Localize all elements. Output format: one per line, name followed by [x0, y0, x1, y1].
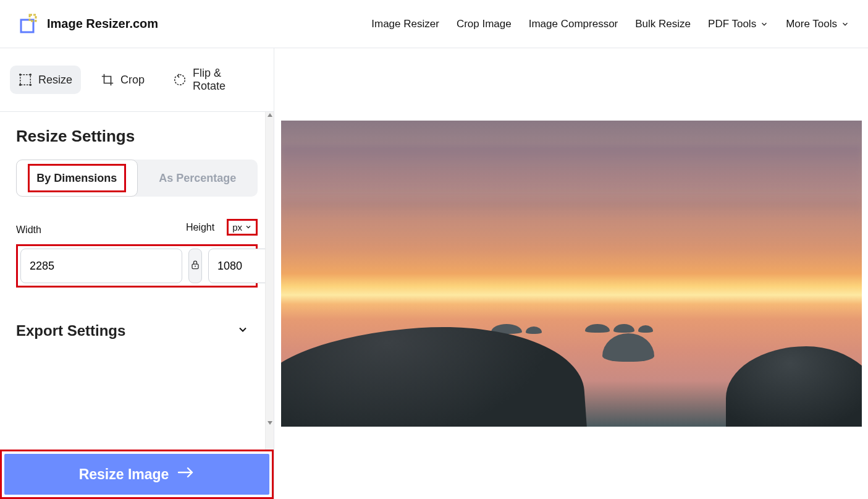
dimensions-row: Width Height px [16, 219, 258, 288]
rotate-icon [173, 73, 187, 87]
svg-rect-2 [20, 75, 31, 85]
tab-crop[interactable]: Crop [92, 66, 153, 94]
chevron-down-icon [237, 323, 249, 338]
nav-label: PDF Tools [708, 18, 756, 30]
aspect-lock-button[interactable] [188, 249, 202, 283]
logo-icon [19, 14, 40, 35]
nav-crop-image[interactable]: Crop Image [457, 18, 512, 30]
resize-mode-toggle: By Dimensions As Percentage [16, 160, 258, 197]
nav-image-compressor[interactable]: Image Compressor [529, 18, 618, 30]
svg-point-4 [29, 74, 32, 76]
tab-label: Flip & Rotate [193, 67, 255, 93]
crop-icon [101, 73, 114, 87]
arrow-right-icon [177, 465, 195, 484]
preview-image[interactable] [281, 121, 862, 427]
main-nav: Image Resizer Crop Image Image Compresso… [371, 18, 849, 30]
export-settings-toggle[interactable]: Export Settings [16, 322, 258, 339]
svg-point-6 [29, 83, 32, 86]
unit-value: px [232, 222, 242, 232]
tab-label: Crop [120, 74, 145, 87]
scrollbar[interactable] [265, 112, 274, 450]
main-header: Image Resizer.com Image Resizer Crop Ima… [0, 0, 868, 48]
resize-icon [19, 73, 32, 87]
width-input[interactable] [20, 249, 182, 283]
chevron-down-icon [841, 20, 849, 28]
scroll-up-icon [268, 113, 272, 117]
tab-resize[interactable]: Resize [10, 66, 81, 94]
cta-highlight: Resize Image [0, 450, 274, 499]
left-sidebar: Resize Crop Flip & Rotate Resize Setting… [0, 48, 274, 499]
mode-label: By Dimensions [36, 172, 117, 185]
nav-label: Bulk Resize [635, 18, 691, 30]
unit-select[interactable]: px [227, 219, 258, 236]
logo-text: Image Resizer.com [47, 17, 158, 31]
nav-pdf-tools[interactable]: PDF Tools [708, 18, 769, 30]
mode-as-percentage[interactable]: As Percentage [138, 160, 258, 197]
svg-point-8 [195, 266, 196, 267]
export-title: Export Settings [16, 322, 125, 339]
image-preview-area [274, 48, 868, 499]
nav-more-tools[interactable]: More Tools [786, 18, 849, 30]
nav-label: Image Compressor [529, 18, 618, 30]
scroll-down-icon [268, 421, 272, 425]
nav-label: Image Resizer [371, 18, 439, 30]
nav-label: Crop Image [457, 18, 512, 30]
cta-label: Resize Image [79, 466, 169, 483]
svg-point-5 [19, 83, 22, 86]
lock-icon [189, 258, 201, 273]
tab-flip-rotate[interactable]: Flip & Rotate [164, 59, 264, 100]
resize-image-button[interactable]: Resize Image [4, 454, 269, 495]
settings-title: Resize Settings [16, 127, 258, 146]
nav-image-resizer[interactable]: Image Resizer [371, 18, 439, 30]
chevron-down-icon [760, 20, 769, 28]
tool-tabs: Resize Crop Flip & Rotate [0, 48, 274, 112]
chevron-down-icon [245, 222, 252, 232]
logo-area[interactable]: Image Resizer.com [19, 14, 158, 35]
width-label: Width [16, 224, 41, 236]
height-label: Height [186, 222, 214, 233]
svg-rect-1 [30, 15, 36, 21]
nav-bulk-resize[interactable]: Bulk Resize [635, 18, 691, 30]
tab-label: Resize [38, 74, 72, 87]
mode-by-dimensions[interactable]: By Dimensions [16, 160, 138, 197]
nav-label: More Tools [786, 18, 837, 30]
mode-label: As Percentage [159, 172, 236, 185]
height-input[interactable] [208, 249, 274, 283]
resize-settings-panel: Resize Settings By Dimensions As Percent… [0, 112, 274, 450]
svg-point-3 [19, 74, 22, 76]
